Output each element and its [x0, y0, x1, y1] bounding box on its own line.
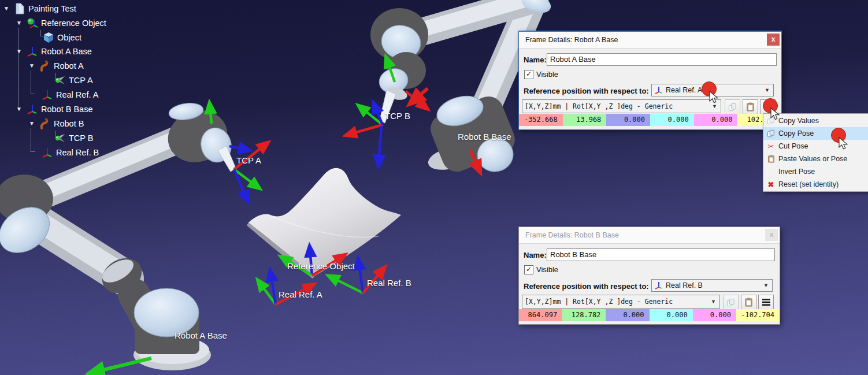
robot-icon — [39, 118, 51, 129]
tree-item-label: Painting Test — [28, 4, 76, 13]
robot-icon — [39, 60, 51, 72]
tree-item-robot-a[interactable]: ▼ Robot A — [0, 58, 84, 73]
red-x-icon: ✖ — [763, 180, 778, 189]
paste-icon — [746, 102, 755, 112]
reference-combo-value: Real Ref. B — [666, 281, 703, 289]
pose-ry[interactable]: 0.000 — [694, 114, 738, 126]
hamburger-icon — [764, 103, 772, 110]
3d-viewport[interactable]: TCP B Robot B Base TCP A Reference Objec… — [0, 0, 868, 375]
tree-item-label: Object — [57, 33, 81, 42]
tree-item-tcp-b[interactable]: TCP B — [0, 131, 93, 145]
tree-item-robot-b[interactable]: ▼ Robot B — [0, 116, 84, 131]
tree-item-label: Reference Object — [41, 18, 106, 28]
label-robot-a-base: Robot A Base — [175, 331, 227, 340]
tree-item-real-ref-b[interactable]: Real Ref. B — [0, 145, 99, 159]
tree-item-label: Robot B Base — [41, 105, 92, 114]
expand-arrow-icon[interactable]: ▼ — [29, 62, 39, 69]
pose-z[interactable]: 0.000 — [606, 309, 649, 321]
tree-item-tcp-a[interactable]: TCP A — [0, 73, 93, 87]
close-icon[interactable]: x — [765, 229, 778, 241]
tree-item-reference-object[interactable]: ▼ Reference Object — [0, 16, 106, 30]
dialog-title: Frame Details: Robot A Base — [525, 36, 618, 44]
chevron-down-icon: ▼ — [763, 283, 769, 288]
visible-label: Visible — [536, 265, 558, 274]
paste-icon — [744, 298, 753, 307]
visible-checkbox[interactable]: ✓ — [524, 265, 533, 274]
label-tcp-a: TCP A — [236, 155, 261, 165]
tree-item-real-ref-a[interactable]: Real Ref. A — [0, 87, 98, 102]
station-icon — [14, 3, 25, 14]
frame-icon — [27, 46, 38, 57]
pose-context-menu: Copy Values Copy Pose ✂ Cut Pose Paste V… — [763, 113, 868, 192]
pose-rx[interactable]: 0.000 — [650, 309, 693, 321]
pose-format-value: [X,Y,Z]mm | Rot[X,Y ,Z ]deg - Generic — [525, 298, 673, 306]
label-real-ref-a: Real Ref. A — [279, 289, 322, 299]
menu-item-copy-values[interactable]: Copy Values — [763, 114, 868, 127]
menu-item-label: Invert Pose — [778, 168, 815, 176]
name-input[interactable]: Robot B Base — [547, 248, 775, 261]
menu-item-label: Paste Values or Pose — [778, 155, 847, 163]
copy-icon — [728, 103, 737, 112]
pose-x[interactable]: -352.668 — [519, 114, 563, 126]
tree-item-label: TCP A — [69, 76, 93, 85]
reference-label: Reference position with respect to: — [524, 87, 649, 95]
pose-ry[interactable]: 0.000 — [693, 309, 736, 321]
menu-button[interactable] — [758, 295, 774, 310]
frame-icon — [654, 86, 663, 95]
visible-checkbox[interactable]: ✓ — [524, 70, 533, 79]
chevron-down-icon: ▼ — [765, 87, 770, 93]
pose-rz[interactable]: -102.704 — [736, 309, 780, 321]
dialog-titlebar[interactable]: Frame Details: Robot B Base — [519, 227, 780, 244]
reference-combo[interactable]: Real Ref. A ▼ — [651, 84, 774, 96]
expand-arrow-icon[interactable]: ▼ — [16, 20, 27, 26]
pose-format-combo[interactable]: [X,Y,Z]mm | Rot[X,Y ,Z ]deg - Generic ▼ — [522, 295, 720, 309]
copy-icon — [763, 117, 778, 125]
tree-item-label: Robot B — [54, 119, 84, 128]
paste-button[interactable] — [741, 295, 756, 310]
menu-button[interactable] — [760, 99, 776, 114]
label-real-ref-b: Real Ref. B — [367, 278, 411, 288]
hamburger-icon — [762, 299, 770, 306]
tree-item-label: Real Ref. A — [56, 90, 98, 99]
menu-item-label: Copy Pose — [778, 129, 814, 138]
tool-icon — [54, 75, 66, 86]
name-input[interactable]: Robot A Base — [547, 53, 777, 66]
pose-z[interactable]: 0.000 — [606, 114, 650, 126]
menu-item-copy-pose[interactable]: Copy Pose — [763, 127, 868, 140]
reference-combo[interactable]: Real Ref. B ▼ — [651, 279, 773, 292]
tree-item-robot-a-base[interactable]: ▼ Robot A Base — [0, 44, 92, 58]
expand-arrow-icon[interactable]: ▼ — [29, 120, 39, 127]
menu-item-cut-pose[interactable]: ✂ Cut Pose — [763, 140, 868, 153]
expand-arrow-icon[interactable]: ▼ — [16, 48, 27, 54]
tree-item-object[interactable]: Object — [0, 30, 81, 44]
pose-y[interactable]: 13.968 — [563, 114, 607, 126]
menu-item-label: Cut Pose — [778, 142, 808, 150]
frame-icon — [654, 281, 663, 290]
pose-rx[interactable]: 0.000 — [650, 114, 694, 126]
tree-item-robot-b-base[interactable]: ▼ Robot B Base — [0, 102, 92, 116]
chevron-down-icon: ▼ — [711, 299, 716, 305]
reference-label: Reference position with respect to: — [524, 282, 649, 291]
frame-object-icon — [27, 17, 38, 29]
cube-icon — [43, 32, 54, 43]
close-icon[interactable]: x — [767, 34, 780, 46]
copy-button[interactable] — [725, 99, 740, 114]
pose-x[interactable]: 864.097 — [519, 309, 562, 321]
frame-details-dialog-b: Frame Details: Robot B Base x Name: Robo… — [518, 227, 780, 325]
menu-item-invert-pose[interactable]: Invert Pose — [763, 165, 868, 178]
dialog-titlebar[interactable]: Frame Details: Robot A Base — [519, 32, 781, 49]
pose-y[interactable]: 128.782 — [562, 309, 606, 321]
copy-button[interactable] — [723, 295, 739, 310]
scissors-icon: ✂ — [763, 142, 778, 151]
pose-format-combo[interactable]: [X,Y,Z]mm | Rot[X,Y ,Z ]deg - Generic ▼ — [522, 99, 721, 113]
paste-button[interactable] — [743, 99, 758, 114]
expand-arrow-icon[interactable]: ▼ — [16, 106, 27, 112]
tree-item-label: Robot A — [54, 61, 84, 70]
copy-icon — [726, 298, 735, 307]
menu-item-reset-identity[interactable]: ✖ Reset (set identity) — [763, 178, 868, 191]
copy-icon — [763, 129, 778, 138]
menu-item-paste[interactable]: Paste Values or Pose — [763, 153, 868, 165]
pose-values-row: -352.668 13.968 0.000 0.000 0.000 102.70… — [519, 114, 781, 126]
expand-arrow-icon[interactable]: ▼ — [3, 5, 14, 12]
tree-item-painting-test[interactable]: ▼ Painting Test — [0, 1, 76, 16]
